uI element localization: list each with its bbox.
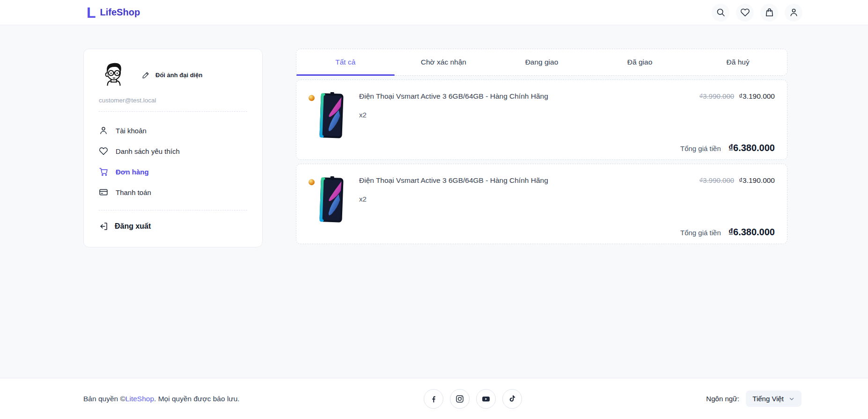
cart-button[interactable] <box>760 4 778 22</box>
instagram-link[interactable] <box>450 389 470 409</box>
product-title: Điện Thoại Vsmart Active 3 6GB/64GB - Hà… <box>359 176 699 185</box>
footer-brand-link[interactable]: LiteShop <box>125 395 154 403</box>
tab-label: Tất cả <box>335 58 355 66</box>
site-header: L LifeShop <box>0 0 868 25</box>
tiktok-icon <box>508 394 517 404</box>
logout-label: Đăng xuất <box>115 222 151 231</box>
sidebar-item-orders[interactable]: Đơn hàng <box>99 161 247 182</box>
sidebar-item-label: Tài khoản <box>116 127 147 135</box>
order-total-row: Tổng giá tiền ₫6.380.000 <box>680 227 775 238</box>
language-selector-row: Ngôn ngữ: Tiếng Việt <box>706 390 802 407</box>
sidebar-item-label: Thanh toán <box>116 188 151 196</box>
orders-panel: Tất cả Chờ xác nhận Đang giao Đã giao Đã… <box>296 49 787 248</box>
pencil-icon <box>142 71 150 79</box>
phone-image <box>317 176 347 224</box>
tiktok-link[interactable] <box>502 389 522 409</box>
total-label: Tổng giá tiền <box>680 229 721 237</box>
cart-icon <box>99 167 108 176</box>
brand-logo[interactable]: L LifeShop <box>87 5 140 20</box>
tab-label: Đang giao <box>525 58 559 66</box>
sidebar-item-payment[interactable]: Thanh toán <box>99 182 247 202</box>
change-avatar-button[interactable]: Đổi ảnh đại diện <box>142 71 202 79</box>
product-quantity: x2 <box>359 195 699 203</box>
site-footer: Bản quyền ©LiteShop. Mọi quyền được bảo … <box>0 378 868 419</box>
active-tab-underline <box>296 74 395 76</box>
copyright-text: Bản quyền ©LiteShop. Mọi quyền được bảo … <box>83 395 240 403</box>
facebook-icon <box>429 394 438 404</box>
order-card[interactable]: Điện Thoại Vsmart Active 3 6GB/64GB - Hà… <box>296 79 787 160</box>
tab-shipping[interactable]: Đang giao <box>493 49 591 75</box>
product-title: Điện Thoại Vsmart Active 3 6GB/64GB - Hà… <box>359 92 699 101</box>
language-select[interactable]: Tiếng Việt <box>746 390 802 407</box>
price-group: ₫3.990.000 ₫3.190.000 <box>699 175 775 185</box>
account-icon <box>789 7 799 17</box>
product-quantity: x2 <box>359 111 699 119</box>
avatar-row: Đổi ảnh đại diện <box>99 60 247 89</box>
page-body: Đổi ảnh đại diện customer@test.local Tài… <box>0 25 868 378</box>
chevron-down-icon <box>788 396 795 402</box>
user-email: customer@test.local <box>99 97 247 104</box>
account-button[interactable] <box>785 4 802 22</box>
change-avatar-label: Đổi ảnh đại diện <box>155 72 202 79</box>
youtube-link[interactable] <box>476 389 496 409</box>
product-thumbnail <box>309 91 349 143</box>
header-actions <box>712 4 802 22</box>
instagram-icon <box>455 394 464 404</box>
sidebar-item-account[interactable]: Tài khoản <box>99 120 247 141</box>
sidebar-item-label: Đơn hàng <box>116 168 149 176</box>
shopping-bag-icon <box>765 7 774 17</box>
sidebar-divider <box>99 111 247 112</box>
search-icon <box>716 7 726 17</box>
total-value: ₫6.380.000 <box>728 227 775 238</box>
order-status-tabs: Tất cả Chờ xác nhận Đang giao Đã giao Đã… <box>296 49 787 76</box>
logo-mark: L <box>87 5 96 20</box>
old-price: ₫3.990.000 <box>699 92 734 100</box>
youtube-icon <box>481 394 491 404</box>
order-info: Điện Thoại Vsmart Active 3 6GB/64GB - Hà… <box>359 91 699 119</box>
wishlist-button[interactable] <box>736 4 754 22</box>
order-row: Điện Thoại Vsmart Active 3 6GB/64GB - Hà… <box>309 91 775 143</box>
sidebar-item-wishlist[interactable]: Danh sách yêu thích <box>99 141 247 161</box>
old-price: ₫3.990.000 <box>699 176 734 184</box>
product-thumbnail <box>309 175 349 227</box>
profile-sidebar: Đổi ảnh đại diện customer@test.local Tài… <box>83 49 263 247</box>
avatar <box>99 60 128 89</box>
logout-icon <box>99 222 108 231</box>
total-value: ₫6.380.000 <box>728 143 775 153</box>
sale-price: ₫3.190.000 <box>739 92 775 101</box>
tab-label: Đã huỷ <box>727 58 750 66</box>
facebook-link[interactable] <box>424 389 443 409</box>
gold-badge-icon <box>309 179 315 185</box>
language-value: Tiếng Việt <box>752 395 784 403</box>
total-label: Tổng giá tiền <box>680 144 721 152</box>
heart-icon <box>99 146 108 156</box>
language-label: Ngôn ngữ: <box>706 395 739 403</box>
sidebar-item-label: Danh sách yêu thích <box>116 147 180 155</box>
tab-label: Chờ xác nhận <box>421 58 466 66</box>
user-icon <box>99 126 108 135</box>
price-group: ₫3.990.000 ₫3.190.000 <box>699 91 775 101</box>
sale-price: ₫3.190.000 <box>739 176 775 185</box>
copyright-prefix: Bản quyền © <box>83 395 125 403</box>
credit-card-icon <box>99 188 108 197</box>
order-card[interactable]: Điện Thoại Vsmart Active 3 6GB/64GB - Hà… <box>296 164 787 244</box>
order-total-row: Tổng giá tiền ₫6.380.000 <box>680 143 775 153</box>
tab-label: Đã giao <box>627 58 652 66</box>
social-links <box>424 389 522 409</box>
order-row: Điện Thoại Vsmart Active 3 6GB/64GB - Hà… <box>309 175 775 227</box>
search-button[interactable] <box>712 4 729 22</box>
tab-cancelled[interactable]: Đã huỷ <box>689 49 787 75</box>
sidebar-divider <box>99 210 247 210</box>
tab-pending-confirmation[interactable]: Chờ xác nhận <box>395 49 493 75</box>
logout-button[interactable]: Đăng xuất <box>99 218 151 235</box>
gold-badge-icon <box>309 95 315 101</box>
copyright-suffix: . Mọi quyền được bảo lưu. <box>154 395 240 403</box>
sidebar-menu: Tài khoản Danh sách yêu thích Đơn hàng T… <box>99 120 247 202</box>
tab-all[interactable]: Tất cả <box>296 49 395 75</box>
wishlist-heart-icon <box>740 7 750 17</box>
brand-name: LifeShop <box>100 7 140 18</box>
order-info: Điện Thoại Vsmart Active 3 6GB/64GB - Hà… <box>359 175 699 203</box>
phone-image <box>317 92 347 140</box>
tab-delivered[interactable]: Đã giao <box>591 49 689 75</box>
